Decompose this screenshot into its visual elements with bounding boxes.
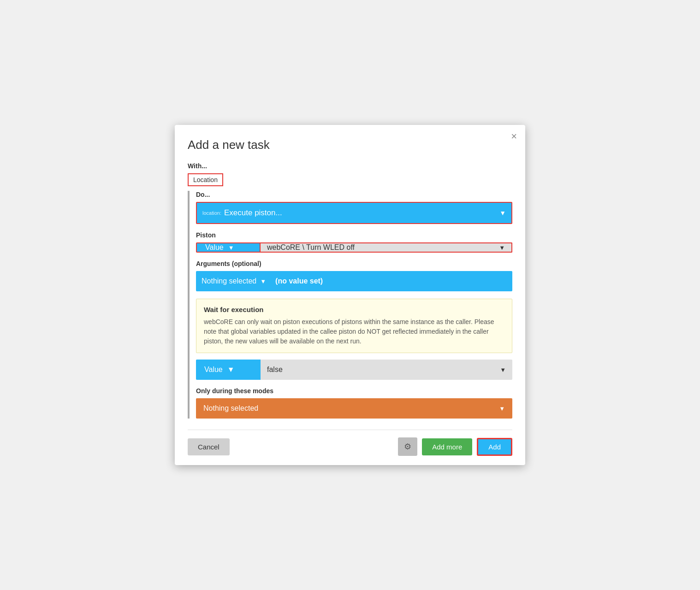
- add-task-dialog: × Add a new task With... Location Do... …: [175, 125, 525, 465]
- args-label: Arguments (optional): [196, 260, 512, 267]
- with-label: With...: [188, 162, 512, 170]
- wait-title: Wait for execution: [204, 306, 504, 313]
- action-dropdown-row[interactable]: location: Execute piston... ▼: [196, 202, 512, 224]
- modes-dropdown[interactable]: Nothing selected ▼: [196, 398, 512, 419]
- modes-arrow: ▼: [499, 405, 505, 412]
- dialog-title: Add a new task: [188, 138, 512, 152]
- action-dropdown-arrow: ▼: [499, 209, 506, 217]
- wait-text: webCoRE can only wait on piston executio…: [204, 317, 504, 346]
- piston-value-label: Value: [205, 243, 224, 252]
- modes-label: Only during these modes: [196, 387, 512, 395]
- do-label: Do...: [196, 191, 512, 198]
- cancel-button[interactable]: Cancel: [188, 438, 230, 455]
- gear-button[interactable]: ⚙: [398, 437, 417, 456]
- add-button[interactable]: Add: [477, 438, 512, 456]
- piston-label: Piston: [196, 231, 512, 239]
- args-arrow: ▼: [260, 278, 266, 285]
- wait-false-select[interactable]: false ▼: [261, 360, 512, 380]
- wait-value-label: Value: [204, 366, 223, 374]
- action-prefix: location:: [202, 210, 221, 216]
- args-section: Arguments (optional) Nothing selected ▼ …: [196, 260, 512, 291]
- modes-section: Only during these modes Nothing selected…: [196, 387, 512, 419]
- with-tag[interactable]: Location: [188, 173, 223, 186]
- piston-value-button[interactable]: Value ▼: [196, 242, 261, 253]
- piston-select-arrow: ▼: [499, 244, 505, 251]
- wait-false-arrow: ▼: [500, 366, 506, 373]
- footer: Cancel ⚙ Add more Add: [188, 430, 512, 456]
- wait-value-arrow: ▼: [227, 366, 235, 374]
- args-row[interactable]: Nothing selected ▼ (no value set): [196, 271, 512, 291]
- piston-name: webCoRE \ Turn WLED off: [267, 243, 499, 252]
- modes-nothing-selected: Nothing selected: [203, 404, 499, 413]
- action-text: Execute piston...: [224, 208, 499, 218]
- wait-value-button[interactable]: Value ▼: [196, 360, 261, 380]
- wait-box: Wait for execution webCoRE can only wait…: [196, 299, 512, 353]
- piston-value-arrow: ▼: [228, 244, 234, 251]
- args-nothing-selected: Nothing selected: [202, 277, 256, 285]
- do-section: Do... location: Execute piston... ▼ Pist…: [188, 191, 512, 419]
- footer-right: ⚙ Add more Add: [398, 437, 512, 456]
- with-section: With... Location: [188, 162, 512, 191]
- close-button[interactable]: ×: [511, 131, 517, 142]
- gear-icon: ⚙: [404, 442, 411, 452]
- add-more-button[interactable]: Add more: [422, 438, 472, 455]
- wait-section: Wait for execution webCoRE can only wait…: [196, 299, 512, 380]
- piston-select[interactable]: webCoRE \ Turn WLED off ▼: [261, 242, 512, 253]
- wait-value-row: Value ▼ false ▼: [196, 360, 512, 380]
- wait-false-value: false: [267, 366, 500, 374]
- args-no-value: (no value set): [275, 277, 323, 285]
- piston-row: Value ▼ webCoRE \ Turn WLED off ▼: [196, 242, 512, 253]
- piston-section: Piston Value ▼ webCoRE \ Turn WLED off ▼: [196, 231, 512, 253]
